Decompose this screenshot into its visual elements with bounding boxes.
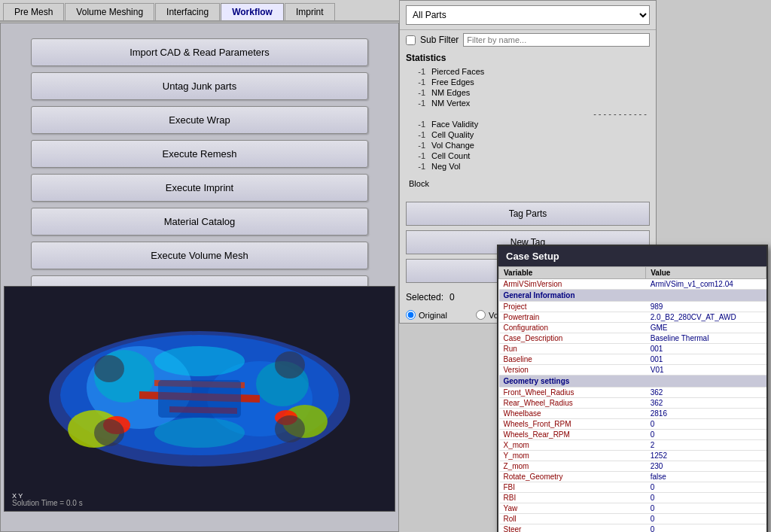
stat-val-3: -1	[406, 87, 428, 98]
case-variable: Wheels_Rear_RPM	[499, 430, 646, 440]
selected-count: 0	[449, 292, 455, 302]
radio-original-label: Original	[419, 311, 447, 320]
case-variable: X_mom	[499, 440, 646, 451]
case-data-row: Wheels_Rear_RPM0	[499, 430, 766, 440]
case-data-row: FBI0	[499, 482, 766, 493]
case-setup-header: Case Setup	[498, 246, 766, 266]
case-value: 001	[646, 344, 766, 354]
subfilter-checkbox[interactable]	[406, 35, 416, 45]
svg-point-11	[94, 355, 124, 382]
car-svg	[19, 301, 380, 497]
stat-val-4: -1	[406, 98, 428, 108]
case-variable: Rear_Wheel_Radius	[499, 398, 646, 409]
svg-point-14	[275, 415, 305, 442]
stat-label-8: Cell Count	[428, 150, 650, 161]
case-variable: Z_mom	[499, 461, 646, 472]
case-value: Baseline Thermal	[646, 333, 766, 344]
case-data-row: Powertrain2.0_B2_280CV_AT_AWD	[499, 312, 766, 323]
tab-imprint[interactable]: Imprint	[285, 3, 335, 20]
stat-free-edges: -1 Free Edges	[406, 77, 650, 87]
table-header-row: Variable Value	[499, 267, 766, 279]
tab-bar: Pre Mesh Volume Meshing Interfacing Work…	[0, 0, 399, 22]
btn-import-cad[interactable]: Import CAD & Read Parameters	[31, 38, 368, 66]
stat-val-9: -1	[406, 161, 428, 172]
case-data-row: VersionV01	[499, 365, 766, 375]
tab-interfacing[interactable]: Interfacing	[155, 3, 220, 20]
stat-face-validity: -1 Face Validity	[406, 119, 650, 129]
statistics-title: Statistics	[406, 53, 650, 63]
parts-list: Block	[400, 175, 656, 197]
stat-val-6: -1	[406, 129, 428, 140]
svg-point-12	[94, 419, 124, 446]
filter-input[interactable]	[463, 33, 650, 47]
tab-pre-mesh[interactable]: Pre Mesh	[3, 3, 64, 20]
case-value: 2.0_B2_280CV_AT_AWD	[646, 312, 766, 323]
case-data-row: Project989	[499, 302, 766, 312]
case-variable: Run	[499, 344, 646, 354]
stat-val-1: -1	[406, 66, 428, 77]
case-data-row: RBI0	[499, 493, 766, 503]
parts-dropdown-row: All Parts	[400, 1, 656, 30]
case-variable: Baseline	[499, 354, 646, 365]
case-variable: Yaw	[499, 503, 646, 514]
case-value: 2816	[646, 409, 766, 419]
radio-volume-mesh-input[interactable]	[476, 310, 486, 320]
svg-point-16	[154, 346, 245, 376]
case-variable: Steer	[499, 524, 646, 533]
selected-label: Selected:	[406, 292, 443, 302]
stat-val-2: -1	[406, 77, 428, 87]
viewport-3d: X Y Solution Time = 0.0 s	[4, 286, 395, 512]
viewport-bottom-label: Solution Time = 0.0 s	[12, 499, 83, 507]
subfilter-row: Sub Filter	[400, 30, 656, 50]
case-data-row: Steer0	[499, 524, 766, 533]
stats-divider: - - - - - - - - - - -	[406, 108, 650, 119]
stat-neg-vol: -1 Neg Vol	[406, 161, 650, 172]
stat-label-7: Vol Change	[428, 140, 650, 150]
case-setup-table-container[interactable]: Variable Value ArmiVSimVersionArmiVSim_v…	[498, 266, 766, 532]
case-variable: FBI	[499, 482, 646, 493]
btn-execute-imprint[interactable]: Execute Imprint	[31, 174, 368, 202]
case-data-row: Baseline001	[499, 354, 766, 365]
case-data-row: Roll0	[499, 514, 766, 524]
stat-pierced-faces: -1 Pierced Faces	[406, 66, 650, 77]
btn-execute-volume-mesh[interactable]: Execute Volume Mesh	[31, 242, 368, 269]
btn-execute-wrap[interactable]: Execute Wrap	[31, 106, 368, 134]
stat-label-9: Neg Vol	[428, 161, 650, 172]
tab-volume-meshing[interactable]: Volume Meshing	[65, 3, 154, 20]
btn-untag-junk[interactable]: Untag Junk parts	[31, 72, 368, 100]
case-value: 362	[646, 388, 766, 398]
btn-material-catalog[interactable]: Material Catalog	[31, 208, 368, 236]
case-value: 1252	[646, 451, 766, 461]
case-variable: ArmiVSimVersion	[499, 279, 646, 290]
stats-divider-row: - - - - - - - - - - -	[406, 108, 650, 119]
case-value: 001	[646, 354, 766, 365]
case-data-row: Case_DescriptionBaseline Thermal	[499, 333, 766, 344]
main-window: Pre Mesh Volume Meshing Interfacing Work…	[0, 0, 771, 532]
stat-nm-edges: -1 NM Edges	[406, 87, 650, 98]
statistics-section: Statistics -1 Pierced Faces -1 Free Edge…	[400, 50, 656, 175]
case-data-row: ConfigurationGME	[499, 323, 766, 333]
subfilter-label: Sub Filter	[420, 35, 459, 45]
case-value: V01	[646, 365, 766, 375]
stat-label-5: Face Validity	[428, 119, 650, 129]
parts-list-item-block[interactable]: Block	[406, 178, 650, 190]
col-value-header: Value	[646, 267, 766, 279]
case-variable: Rotate_Geometry	[499, 472, 646, 482]
case-variable: Front_Wheel_Radius	[499, 388, 646, 398]
btn-tag-parts[interactable]: Tag Parts	[406, 202, 650, 226]
case-value: 0	[646, 514, 766, 524]
case-data-row: Rotate_Geometryfalse	[499, 472, 766, 482]
tab-workflow[interactable]: Workflow	[221, 3, 284, 20]
btn-execute-remesh[interactable]: Execute Remesh	[31, 140, 368, 168]
case-variable: Wheels_Front_RPM	[499, 419, 646, 430]
stat-cell-quality: -1 Cell Quality	[406, 129, 650, 140]
case-data-row: Run001	[499, 344, 766, 354]
radio-original-input[interactable]	[406, 310, 416, 320]
case-data-row: Yaw0	[499, 503, 766, 514]
case-section-row: Geometry settings	[499, 375, 766, 388]
svg-point-17	[154, 418, 245, 448]
stat-val-5: -1	[406, 119, 428, 129]
workflow-buttons: Import CAD & Read Parameters Untag Junk …	[1, 23, 398, 318]
all-parts-select[interactable]: All Parts	[406, 5, 650, 25]
stat-label-3: NM Edges	[428, 87, 650, 98]
